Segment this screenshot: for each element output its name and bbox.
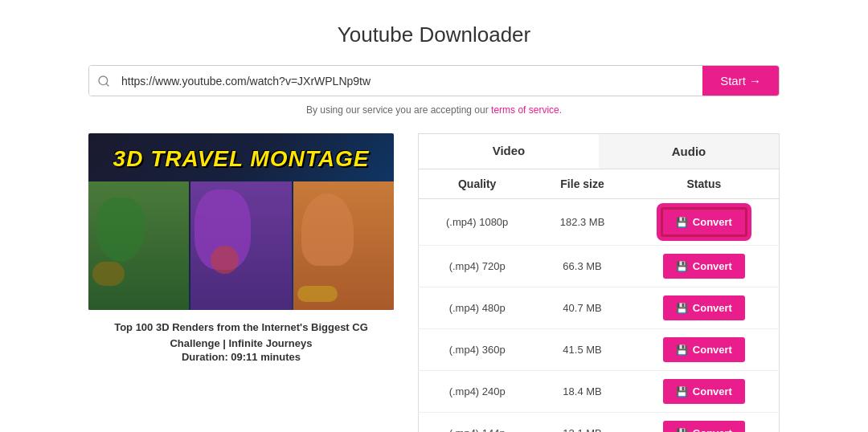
video-caption: Top 100 3D Renders from the Internet's B… xyxy=(88,320,394,351)
convert-button[interactable]: 💾Convert xyxy=(663,337,745,362)
convert-button[interactable]: 💾Convert xyxy=(663,295,745,320)
content-area: 3D TRAVEL MONTAGE xyxy=(88,133,780,432)
convert-button[interactable]: 💾Convert xyxy=(663,254,745,279)
cell-status: 💾Convert xyxy=(629,287,780,329)
figure-1 xyxy=(88,181,189,310)
tab-audio[interactable]: Audio xyxy=(599,134,779,169)
cell-status: 💾Convert xyxy=(629,413,780,433)
convert-button-label: Convert xyxy=(693,385,732,397)
terms-link[interactable]: terms of service. xyxy=(491,104,562,116)
save-icon: 💾 xyxy=(676,303,688,314)
cell-filesize: 66.3 MB xyxy=(535,246,628,287)
cell-status: 💾Convert xyxy=(629,329,780,371)
save-icon: 💾 xyxy=(676,217,688,228)
table-row: (.mp4) 720p66.3 MB💾Convert xyxy=(419,246,780,287)
cell-status: 💾Convert xyxy=(629,199,780,246)
search-icon xyxy=(89,66,118,96)
table-body: (.mp4) 1080p182.3 MB💾Convert(.mp4) 720p6… xyxy=(419,199,780,433)
table-row: (.mp4) 1080p182.3 MB💾Convert xyxy=(419,199,780,246)
col-status: Status xyxy=(629,169,780,199)
thumbnail-title-bar: 3D TRAVEL MONTAGE xyxy=(88,148,394,170)
convert-button-label: Convert xyxy=(693,260,732,272)
data-table: Quality File size Status (.mp4) 1080p182… xyxy=(418,169,780,432)
video-duration: Duration: 09:11 minutes xyxy=(182,351,301,363)
svg-line-1 xyxy=(106,84,108,86)
page-container: Youtube Downloader Start → By using our … xyxy=(0,0,868,432)
start-button[interactable]: Start → xyxy=(702,66,779,96)
table-row: (.mp4) 144p13.1 MB💾Convert xyxy=(419,413,780,433)
cell-quality: (.mp4) 720p xyxy=(419,246,536,287)
search-bar: Start → xyxy=(88,65,780,96)
page-title: Youtube Downloader xyxy=(338,22,530,47)
tabs: Video Audio xyxy=(418,133,780,169)
save-icon: 💾 xyxy=(676,428,688,433)
cell-filesize: 182.3 MB xyxy=(535,199,628,246)
cell-quality: (.mp4) 240p xyxy=(419,371,536,413)
save-icon: 💾 xyxy=(676,386,688,397)
cell-quality: (.mp4) 144p xyxy=(419,413,536,433)
video-thumbnail: 3D TRAVEL MONTAGE xyxy=(88,133,394,310)
cell-status: 💾Convert xyxy=(629,371,780,413)
cell-filesize: 40.7 MB xyxy=(535,287,628,329)
figure-3 xyxy=(293,181,394,310)
table-area: Video Audio Quality File size Status (.m… xyxy=(418,133,780,432)
convert-button[interactable]: 💾Convert xyxy=(663,379,745,404)
convert-button-label: Convert xyxy=(693,216,732,228)
cell-quality: (.mp4) 1080p xyxy=(419,199,536,246)
save-icon: 💾 xyxy=(676,344,688,356)
figure-2 xyxy=(190,181,291,310)
cell-filesize: 41.5 MB xyxy=(535,329,628,371)
tab-video[interactable]: Video xyxy=(419,134,599,169)
video-info: 3D TRAVEL MONTAGE xyxy=(88,133,394,363)
terms-text: By using our service you are accepting o… xyxy=(306,104,562,116)
cell-filesize: 13.1 MB xyxy=(535,413,628,433)
convert-button-label: Convert xyxy=(693,302,732,314)
table-row: (.mp4) 240p18.4 MB💾Convert xyxy=(419,371,780,413)
col-filesize: File size xyxy=(535,169,628,199)
table-header-row: Quality File size Status xyxy=(419,169,780,199)
cell-filesize: 18.4 MB xyxy=(535,371,628,413)
cell-quality: (.mp4) 360p xyxy=(419,329,536,371)
convert-button[interactable]: 💾Convert xyxy=(661,207,747,237)
table-row: (.mp4) 480p40.7 MB💾Convert xyxy=(419,287,780,329)
thumbnail-title: 3D TRAVEL MONTAGE xyxy=(88,148,394,170)
col-quality: Quality xyxy=(419,169,536,199)
thumbnail-figures xyxy=(88,181,394,310)
cell-quality: (.mp4) 480p xyxy=(419,287,536,329)
search-input[interactable] xyxy=(118,66,702,96)
save-icon: 💾 xyxy=(676,261,688,272)
table-row: (.mp4) 360p41.5 MB💾Convert xyxy=(419,329,780,371)
convert-button-label: Convert xyxy=(693,427,732,432)
convert-button[interactable]: 💾Convert xyxy=(663,421,745,432)
convert-button-label: Convert xyxy=(693,344,732,356)
cell-status: 💾Convert xyxy=(629,246,780,287)
